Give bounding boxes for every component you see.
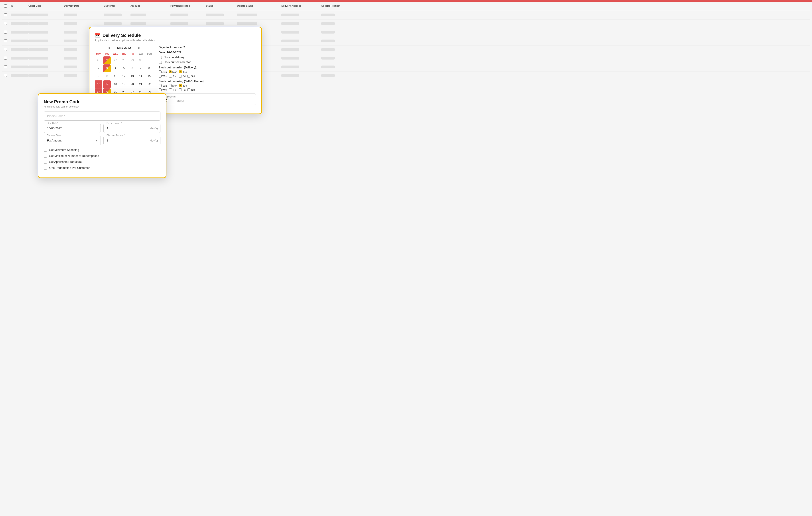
cal-nav: « ‹ May 2022 › » xyxy=(95,46,153,50)
cal-day[interactable]: 1 xyxy=(145,56,153,64)
cal-weekday-wed: WED xyxy=(112,52,120,56)
col-delivery-address: Delivery Address xyxy=(280,4,320,9)
cal-prev-prev-btn[interactable]: « xyxy=(107,46,111,50)
cal-day[interactable]: 5 xyxy=(120,64,127,72)
delivery-days-row2: WedThuFriSat xyxy=(159,75,256,78)
block-recurring-delivery-title: Block out recurring (Delivery): xyxy=(159,66,256,69)
calendar-icon: 📅 xyxy=(95,33,100,38)
col-special-request: Special Request xyxy=(320,4,355,9)
delivery-day-wed[interactable]: Wed xyxy=(159,75,167,78)
cal-day[interactable]: 2 xyxy=(95,64,102,72)
cal-next-btn[interactable]: › xyxy=(133,46,136,50)
cal-next-next-btn[interactable]: » xyxy=(137,46,141,50)
cal-prev-btn[interactable]: ‹ xyxy=(113,46,115,50)
col-id: ID xyxy=(9,4,27,9)
table-row xyxy=(2,11,810,20)
calendar: « ‹ May 2022 › » MONTUEWEDTHUFRISATSUN25… xyxy=(95,46,153,80)
cal-day[interactable]: 4 xyxy=(112,64,119,72)
cal-weekday-sun: SUN xyxy=(145,52,153,56)
cal-weekday-fri: FRI xyxy=(128,52,137,56)
delivery-info: Days in Advance: 2 Date: 16-05-2022 Bloc… xyxy=(159,46,256,80)
col-update-status: Update Status xyxy=(235,4,280,9)
cal-day[interactable]: 6 xyxy=(128,64,136,72)
cal-day[interactable]: 27 xyxy=(112,56,119,64)
block-self-checkbox[interactable] xyxy=(159,61,162,64)
delivery-modal: 📅 Delivery Schedule Applicable to delive… xyxy=(89,27,262,80)
delivery-modal-title: 📅 Delivery Schedule xyxy=(95,33,256,38)
days-in-advance: Days in Advance: 2 xyxy=(159,46,256,49)
top-bar xyxy=(0,0,812,2)
delivery-day-sun[interactable]: Sun xyxy=(159,71,167,73)
cal-day[interactable]: 3 xyxy=(103,64,111,72)
cal-day[interactable]: 7 xyxy=(137,64,144,72)
cal-day[interactable]: 11 xyxy=(112,73,119,80)
delivery-day-sat[interactable]: Sat xyxy=(187,75,195,78)
cal-day[interactable]: 28 xyxy=(120,56,127,64)
delivery-days-row: SunMonTue xyxy=(159,71,256,73)
block-delivery-row: Block out delivery xyxy=(159,56,256,59)
table-header: ID Order Date Delivery Date Customer Amo… xyxy=(2,2,810,11)
col-checkbox[interactable] xyxy=(2,4,9,9)
col-amount: Amount xyxy=(129,4,169,9)
cal-day[interactable]: 15 xyxy=(145,73,153,80)
cal-grid: MONTUEWEDTHUFRISATSUN2526272829301234567… xyxy=(95,52,153,80)
cal-weekday-mon: MON xyxy=(95,52,103,56)
delivery-content: « ‹ May 2022 › » MONTUEWEDTHUFRISATSUN25… xyxy=(95,46,256,80)
cal-day[interactable]: 26 xyxy=(103,56,111,64)
cal-day[interactable]: 9 xyxy=(95,73,102,80)
col-status: Status xyxy=(204,4,235,9)
block-self-collection-row: Block out self collection xyxy=(159,61,256,64)
cal-day[interactable]: 12 xyxy=(120,73,127,80)
delivery-day-thu[interactable]: Thu xyxy=(169,75,177,78)
col-customer: Customer xyxy=(102,4,129,9)
col-order-date: Order Date xyxy=(27,4,62,9)
cal-day[interactable]: 14 xyxy=(137,73,144,80)
cal-weekday-thu: THU xyxy=(120,52,128,56)
cal-weekday-tue: TUE xyxy=(103,52,111,56)
cal-month: May 2022 xyxy=(117,46,131,50)
delivery-modal-subtitle: Applicable to delivery options with sele… xyxy=(95,39,256,42)
cal-day[interactable]: 25 xyxy=(95,56,102,64)
col-payment: Payment Method xyxy=(169,4,204,9)
delivery-day-mon[interactable]: Mon xyxy=(169,71,177,73)
cal-day[interactable]: 29 xyxy=(128,56,136,64)
block-delivery-label: Block out delivery xyxy=(164,56,184,59)
block-recurring-self-title: Block out recurring (Self-Collection): xyxy=(159,80,256,80)
cal-weekday-sat: SAT xyxy=(137,52,145,56)
block-delivery-checkbox[interactable] xyxy=(159,56,162,59)
delivery-day-tue[interactable]: Tue xyxy=(179,71,187,73)
delivery-day-fri[interactable]: Fri xyxy=(179,75,185,78)
col-delivery-date: Delivery Date xyxy=(62,4,102,9)
cal-day[interactable]: 8 xyxy=(145,64,153,72)
block-self-label: Block out self collection xyxy=(164,61,191,64)
cal-day[interactable]: 13 xyxy=(128,73,136,80)
cal-day[interactable]: 10 xyxy=(103,73,111,80)
selected-date: Date: 16-05-2022 xyxy=(159,51,256,54)
cal-day[interactable]: 30 xyxy=(137,56,144,64)
